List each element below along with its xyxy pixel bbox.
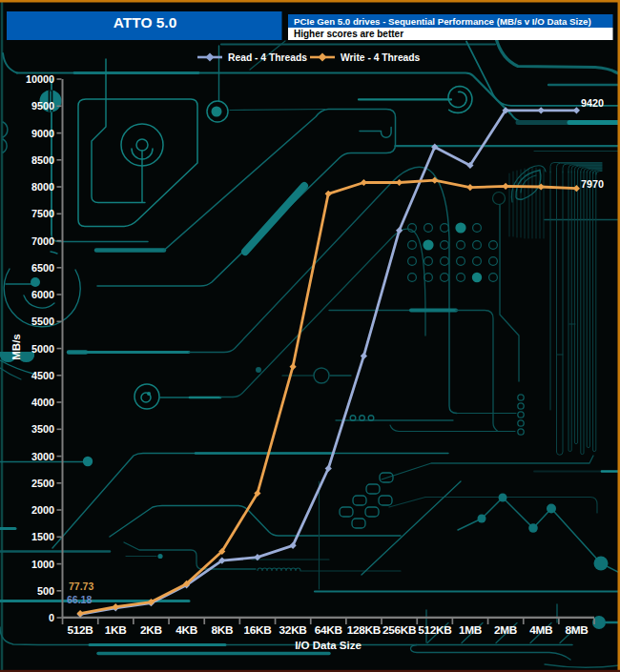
svg-text:4KB: 4KB [176,623,197,637]
svg-text:MB/s: MB/s [10,334,22,359]
svg-text:8500: 8500 [31,154,54,166]
svg-text:5500: 5500 [31,316,54,327]
svg-text:2500: 2500 [31,478,54,489]
svg-text:256KB: 256KB [382,623,416,637]
svg-text:1KB: 1KB [105,623,127,637]
svg-text:64KB: 64KB [315,623,342,637]
svg-text:2000: 2000 [31,504,54,516]
svg-text:Read - 4 Threads: Read - 4 Threads [228,52,307,63]
svg-text:3000: 3000 [31,451,54,462]
svg-text:8MB: 8MB [565,623,588,637]
svg-text:77.73: 77.73 [69,580,93,592]
svg-text:512B: 512B [68,623,93,637]
svg-text:5000: 5000 [31,343,54,355]
svg-text:1MB: 1MB [459,623,482,637]
svg-text:ATTO 5.0: ATTO 5.0 [114,14,177,31]
svg-text:7000: 7000 [31,235,54,247]
svg-text:512KB: 512KB [418,623,451,637]
svg-text:1500: 1500 [31,531,54,542]
svg-text:16KB: 16KB [243,623,271,637]
svg-text:1000: 1000 [31,559,54,570]
svg-text:6000: 6000 [31,289,54,300]
svg-text:I/O Data Size: I/O Data Size [295,640,362,651]
svg-text:500: 500 [37,585,54,597]
svg-text:3500: 3500 [31,423,54,435]
svg-text:6500: 6500 [31,262,54,274]
svg-text:PCIe Gen 5.0 drives - Sequenti: PCIe Gen 5.0 drives - Sequential Perform… [294,16,591,27]
svg-text:4MB: 4MB [529,623,552,637]
svg-text:2MB: 2MB [494,623,517,637]
svg-text:8KB: 8KB [211,623,233,637]
svg-text:9500: 9500 [31,100,54,112]
svg-text:7970: 7970 [581,178,604,190]
svg-text:7500: 7500 [31,208,54,219]
svg-text:4500: 4500 [31,370,54,381]
svg-text:0: 0 [49,612,54,623]
svg-text:66.18: 66.18 [67,594,92,605]
svg-text:4000: 4000 [31,397,54,408]
svg-text:9420: 9420 [581,97,604,109]
svg-text:128KB: 128KB [347,623,381,637]
svg-text:10000: 10000 [26,73,54,85]
svg-text:8000: 8000 [31,181,54,193]
svg-text:32KB: 32KB [279,623,307,637]
svg-text:Write - 4 Threads: Write - 4 Threads [341,52,421,63]
svg-text:Higher scores are better: Higher scores are better [294,29,403,39]
svg-text:2KB: 2KB [140,623,162,637]
svg-text:9000: 9000 [31,128,54,139]
